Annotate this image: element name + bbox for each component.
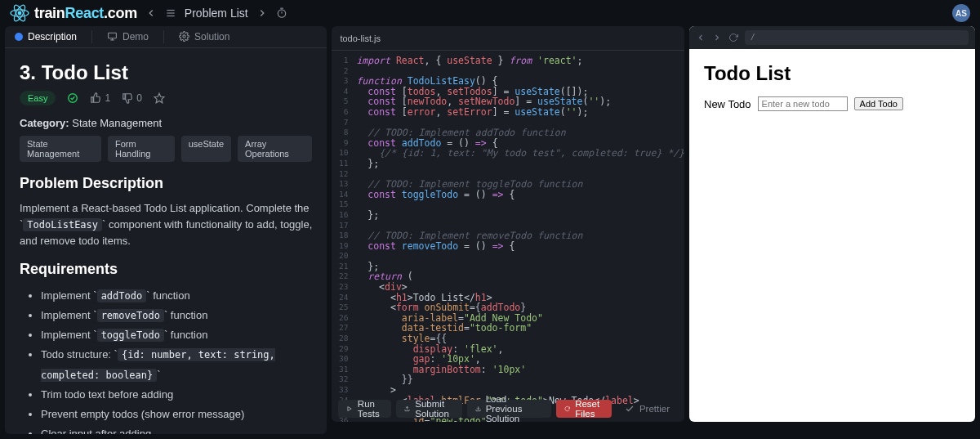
dislike-count: 0 xyxy=(136,92,142,104)
preview-input[interactable] xyxy=(758,96,848,111)
svg-marker-16 xyxy=(348,407,351,411)
preview-body: Todo List New Todo Add Todo xyxy=(689,49,975,422)
tags-row: State ManagementForm HandlinguseStateArr… xyxy=(20,136,312,162)
list-icon[interactable] xyxy=(165,7,176,19)
tab-description[interactable]: Description xyxy=(15,26,77,47)
svg-rect-10 xyxy=(109,34,117,39)
code-editor[interactable]: 1234567891011121314151617181920212223242… xyxy=(332,51,684,422)
desc-heading: Problem Description xyxy=(20,175,312,192)
load-previous-button[interactable]: Load Previous Solution xyxy=(467,400,551,418)
check-icon xyxy=(67,92,78,104)
requirement-item: Implement `addTodo` function xyxy=(41,286,312,306)
preview-toolbar: / xyxy=(689,26,975,49)
tab-demo[interactable]: Demo xyxy=(107,26,149,47)
editor-tab[interactable]: todo-list.js xyxy=(332,26,684,51)
requirements-list: Implement `addTodo` functionImplement `r… xyxy=(20,286,312,434)
requirement-item: Implement `removeTodo` function xyxy=(41,306,312,325)
logo-icon xyxy=(10,3,29,23)
nav-back-icon[interactable] xyxy=(145,7,157,19)
tab-label: Demo xyxy=(122,31,149,43)
like-button[interactable]: 1 xyxy=(90,92,110,104)
btn-label: Submit Solution xyxy=(415,399,453,419)
submit-solution-button[interactable]: Submit Solution xyxy=(396,400,461,418)
problem-title: 3. Todo List xyxy=(20,61,312,84)
nav-forward-icon[interactable] xyxy=(256,7,268,19)
svg-point-3 xyxy=(18,11,21,15)
preview-reload-icon[interactable] xyxy=(728,33,738,43)
req-heading: Requirements xyxy=(20,261,312,278)
preview-panel: / Todo List New Todo Add Todo xyxy=(689,26,975,422)
svg-point-7 xyxy=(278,10,285,17)
tab-solution[interactable]: Solution xyxy=(179,26,229,47)
requirement-item: Clear input after adding xyxy=(41,424,312,434)
star-icon[interactable] xyxy=(154,92,165,104)
monitor-icon xyxy=(107,31,118,42)
brand-react: React xyxy=(65,5,105,21)
svg-point-13 xyxy=(183,35,185,38)
preview-add-button[interactable]: Add Todo xyxy=(854,97,903,110)
preview-back-icon[interactable] xyxy=(696,33,706,43)
brand-train: train xyxy=(34,5,65,21)
avatar[interactable]: AS xyxy=(952,4,970,22)
btn-label: Run Tests xyxy=(358,399,383,419)
preview-title: Todo List xyxy=(704,62,960,85)
preview-url[interactable]: / xyxy=(745,30,969,45)
preview-label: New Todo xyxy=(704,98,751,110)
btn-label: Reset Files xyxy=(575,399,604,419)
requirement-item: Trim todo text before adding xyxy=(41,385,312,405)
tag[interactable]: Array Operations xyxy=(238,136,312,162)
panel-tabs: Description Demo Solution xyxy=(5,26,327,48)
dislike-button[interactable]: 0 xyxy=(122,92,142,104)
gear-icon xyxy=(179,31,189,42)
requirement-item: Prevent empty todos (show error message) xyxy=(41,405,312,424)
reset-files-button[interactable]: Reset Files xyxy=(556,400,612,418)
brand-logo[interactable]: trainReact.com xyxy=(10,3,137,23)
desc-text: Implement a React-based Todo List applic… xyxy=(20,200,312,249)
tag[interactable]: useState xyxy=(181,136,231,162)
btn-label: Load Previous Solution xyxy=(486,394,543,422)
requirement-item: Todo structure: `{id: number, text: stri… xyxy=(41,345,312,384)
brand-dotcom: .com xyxy=(104,5,137,21)
run-tests-button[interactable]: Run Tests xyxy=(338,400,391,418)
tab-label: Description xyxy=(28,31,77,43)
prettier-button[interactable]: Prettier xyxy=(617,400,678,418)
like-count: 1 xyxy=(105,92,110,104)
editor-panel: todo-list.js 123456789101112131415161718… xyxy=(332,26,684,422)
tag[interactable]: Form Handling xyxy=(108,136,175,162)
difficulty-badge: Easy xyxy=(20,91,56,105)
dot-icon xyxy=(15,33,23,41)
breadcrumb[interactable]: Problem List xyxy=(185,7,248,20)
timer-icon[interactable] xyxy=(276,7,287,19)
category-line: Category: State Management xyxy=(20,117,312,129)
requirement-item: Implement `toggleTodo` function xyxy=(41,325,312,345)
btn-label: Prettier xyxy=(639,404,670,414)
topbar: trainReact.com Problem List AS xyxy=(0,0,980,26)
description-panel: Description Demo Solution 3. Todo List E… xyxy=(5,26,327,434)
tab-label: Solution xyxy=(194,31,229,43)
tag[interactable]: State Management xyxy=(20,136,101,162)
code-content: import React, { useState } from 'react';… xyxy=(353,51,684,422)
preview-forward-icon[interactable] xyxy=(712,33,722,43)
editor-filename: todo-list.js xyxy=(340,34,381,43)
svg-marker-15 xyxy=(154,93,164,103)
